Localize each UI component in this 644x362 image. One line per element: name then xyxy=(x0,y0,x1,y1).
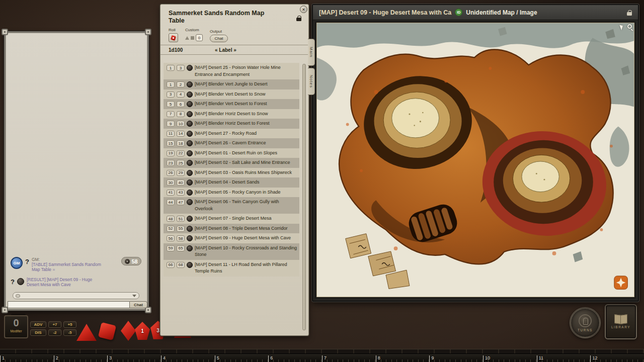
dice-column-header[interactable]: 1d100 xyxy=(169,47,215,53)
range-from[interactable]: 59 xyxy=(167,245,175,251)
table-entry-label[interactable]: [MAP] Desert 27 - Rocky Road xyxy=(195,130,257,137)
output-mode-button[interactable]: Chat xyxy=(210,35,228,42)
table-entry-label[interactable]: [MAP] Desert 10 - Rocky Crossroads and S… xyxy=(195,245,297,258)
tab-main[interactable]: Main xyxy=(308,39,315,66)
hotkey-slot[interactable]: 2 xyxy=(54,354,108,362)
close-icon[interactable]: × xyxy=(300,6,307,13)
range-to[interactable]: 22 xyxy=(177,150,185,156)
chat-mode-select[interactable] xyxy=(13,292,139,299)
table-row[interactable]: 12[MAP] Blender Vert Jungle to Desert xyxy=(164,79,299,89)
scrollbar[interactable] xyxy=(302,64,306,330)
range-to[interactable]: 47 xyxy=(177,199,185,205)
range-to[interactable]: 29 xyxy=(177,170,185,176)
range-from[interactable]: 26 xyxy=(167,170,175,176)
hotkey-slot[interactable]: 10 xyxy=(483,354,537,362)
range-to[interactable]: 8 xyxy=(177,111,185,117)
d10-die[interactable]: 1 xyxy=(135,322,150,340)
range-from[interactable]: 66 xyxy=(167,262,175,268)
table-row[interactable]: 5255[MAP] Desert 08 - Triple Desert Mesa… xyxy=(164,224,299,234)
table-entry-label[interactable]: [MAP] Desert 06 - Twin Canyon Gully with… xyxy=(195,199,297,212)
table-entry-label[interactable]: [MAP] Desert 01 - Desert Ruin on Slopes xyxy=(195,150,277,157)
hotkey-slot[interactable]: 1 xyxy=(0,354,54,362)
table-row[interactable]: 910[MAP] Blender Horiz Desert to Forest xyxy=(164,119,299,129)
range-from[interactable]: 1 xyxy=(167,65,175,71)
range-to[interactable]: 6 xyxy=(177,101,185,107)
range-from[interactable]: 1 xyxy=(167,81,175,87)
hotkey-slot[interactable]: 5 xyxy=(215,354,269,362)
table-row[interactable]: 4851[MAP] Desert 07 - Single Desert Mesa xyxy=(164,214,299,224)
range-to[interactable]: 4 xyxy=(177,92,185,98)
table-entry-label[interactable]: [MAP] Desert 09 - Huge Desert Mesa with … xyxy=(195,235,291,242)
range-to[interactable]: 18 xyxy=(177,140,185,146)
table-entry-label[interactable]: [MAP] Blender Vert Desert to Forest xyxy=(195,101,267,108)
table-entry-label[interactable]: [MAP] Blender Horiz Desert to Snow xyxy=(195,111,268,118)
d6-die[interactable] xyxy=(98,322,116,340)
roll-die-icon[interactable] xyxy=(187,160,193,166)
range-from[interactable]: 11 xyxy=(167,131,175,137)
range-to[interactable]: 2 xyxy=(177,81,185,87)
range-from[interactable]: 15 xyxy=(167,140,175,146)
table-entry-label[interactable]: [MAP] Desert 07 - Single Desert Mesa xyxy=(195,215,272,222)
hotkey-slot[interactable]: 11 xyxy=(537,354,591,362)
identified-icon[interactable]: ID xyxy=(455,9,462,16)
table-row[interactable]: 6668[MAP] Desert 11 - LH Road Bend with … xyxy=(164,260,299,277)
map-titlebar[interactable]: [MAP] Desert 09 - Huge Desert Mesa with … xyxy=(313,5,638,20)
table-row[interactable]: 4143[MAP] Desert 05 - Rocky Canyon in Sh… xyxy=(164,188,299,198)
hotkey-slot[interactable]: 8 xyxy=(376,354,430,362)
roll-die-icon[interactable] xyxy=(187,235,193,241)
d8-die[interactable] xyxy=(121,321,136,341)
tab-notes[interactable]: Notes xyxy=(308,68,315,95)
range-to[interactable]: 3 xyxy=(177,65,185,71)
hotkey-slot[interactable]: 9 xyxy=(429,354,483,362)
modifier-preset-button[interactable]: -2 xyxy=(48,329,61,336)
table-row[interactable]: 78[MAP] Blender Horiz Desert to Snow xyxy=(164,109,299,119)
range-to[interactable]: 55 xyxy=(177,226,185,232)
roll-die-icon[interactable] xyxy=(187,140,193,146)
roll-table-button[interactable] xyxy=(169,33,178,42)
hotkey-slot[interactable]: 3 xyxy=(107,354,161,362)
table-entry-label[interactable]: [MAP] Blender Horiz Desert to Forest xyxy=(195,120,270,127)
custom-count-field[interactable]: 0 xyxy=(196,34,203,41)
range-from[interactable]: 5 xyxy=(167,101,175,107)
gm-avatar[interactable]: GM xyxy=(11,257,23,269)
roll-die-icon[interactable] xyxy=(187,131,193,137)
lock-icon[interactable] xyxy=(296,16,301,21)
table-entry-label[interactable]: [MAP] Blender Vert Jungle to Desert xyxy=(195,81,268,88)
roll-die-icon[interactable] xyxy=(187,170,193,176)
table-row[interactable]: 13[MAP] Desert 25 - Poison Water Hole Mi… xyxy=(164,63,299,79)
map-canvas[interactable] xyxy=(315,21,636,299)
custom-die-icon[interactable] xyxy=(185,36,189,40)
advantage-button[interactable]: ADV xyxy=(30,321,46,328)
d4-die[interactable] xyxy=(76,324,97,341)
modifier-preset-button[interactable]: -5 xyxy=(63,329,76,336)
table-entry-label[interactable]: [MAP] Desert 05 - Rocky Canyon in Shade xyxy=(195,189,281,196)
range-from[interactable]: 41 xyxy=(167,190,175,196)
range-from[interactable]: 44 xyxy=(167,199,175,205)
library-button[interactable]: LIBRARY xyxy=(605,304,637,339)
chat-input[interactable] xyxy=(8,301,129,308)
roll-die-icon[interactable] xyxy=(187,226,193,232)
table-row[interactable]: 5658[MAP] Desert 09 - Huge Desert Mesa w… xyxy=(164,233,299,243)
range-to[interactable]: 58 xyxy=(177,235,185,241)
roll-die-icon[interactable] xyxy=(187,92,193,98)
table-entry-label[interactable]: [MAP] Blender Vert Desert to Snow xyxy=(195,91,266,98)
roll-die-icon[interactable] xyxy=(187,262,193,268)
roll-die-icon[interactable] xyxy=(187,150,193,156)
lock-icon[interactable] xyxy=(627,10,632,15)
modifier-preset-button[interactable]: +5 xyxy=(63,321,76,328)
table-entry-label[interactable]: [MAP] Desert 04 - Desert Sands xyxy=(195,179,260,186)
hotkey-slot[interactable]: 4 xyxy=(161,354,215,362)
roll-die-icon[interactable] xyxy=(187,190,193,196)
zoom-icon[interactable] xyxy=(627,24,632,29)
range-from[interactable]: 56 xyxy=(167,235,175,241)
hotkey-slot[interactable]: 7 xyxy=(322,354,376,362)
pointer-icon[interactable] xyxy=(619,24,624,30)
disadvantage-button[interactable]: DIS xyxy=(30,329,46,336)
table-entry-label[interactable]: [MAP] Desert 25 - Poison Water Hole Mine… xyxy=(195,64,297,78)
range-from[interactable]: 3 xyxy=(167,92,175,98)
desert-map-art[interactable] xyxy=(316,23,634,297)
roll-die-icon[interactable] xyxy=(187,81,193,87)
range-from[interactable]: 48 xyxy=(167,216,175,222)
range-from[interactable]: 52 xyxy=(167,226,175,232)
table-entry-label[interactable]: [MAP] Desert 11 - LH Road Bend with Pill… xyxy=(195,261,297,275)
